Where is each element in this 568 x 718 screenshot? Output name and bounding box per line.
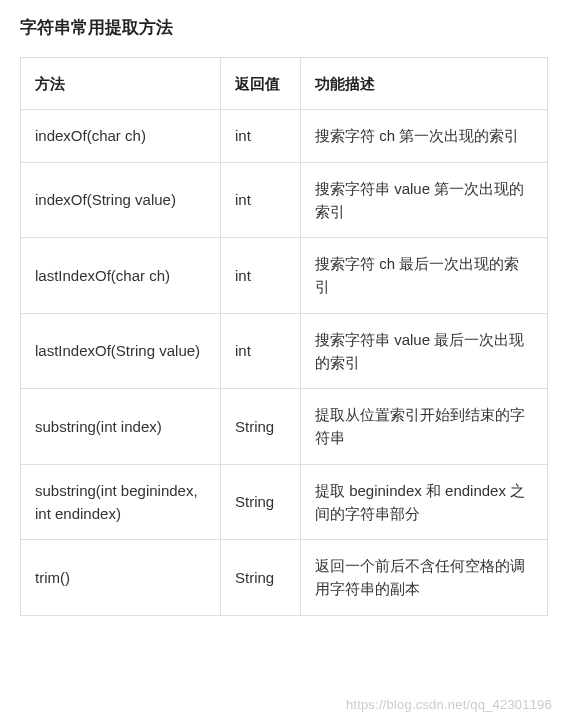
section-title: 字符串常用提取方法 [20, 16, 548, 39]
cell-return-value: String [221, 464, 301, 540]
cell-method: lastIndexOf(char ch) [21, 238, 221, 314]
methods-table: 方法 返回值 功能描述 indexOf(char ch) int 搜索字符 ch… [20, 57, 548, 616]
cell-description: 返回一个前后不含任何空格的调用字符串的副本 [301, 540, 548, 616]
table-row: trim() String 返回一个前后不含任何空格的调用字符串的副本 [21, 540, 548, 616]
cell-return-value: int [221, 162, 301, 238]
table-row: indexOf(char ch) int 搜索字符 ch 第一次出现的索引 [21, 110, 548, 162]
cell-description: 搜索字符 ch 第一次出现的索引 [301, 110, 548, 162]
cell-method: indexOf(String value) [21, 162, 221, 238]
table-row: lastIndexOf(char ch) int 搜索字符 ch 最后一次出现的… [21, 238, 548, 314]
table-row: substring(int beginindex, int endindex) … [21, 464, 548, 540]
cell-description: 搜索字符串 value 第一次出现的索引 [301, 162, 548, 238]
cell-return-value: int [221, 313, 301, 389]
cell-description: 提取 beginindex 和 endindex 之间的字符串部分 [301, 464, 548, 540]
header-description: 功能描述 [301, 58, 548, 110]
cell-return-value: int [221, 110, 301, 162]
cell-description: 搜索字符串 value 最后一次出现的索引 [301, 313, 548, 389]
cell-method: indexOf(char ch) [21, 110, 221, 162]
cell-description: 搜索字符 ch 最后一次出现的索引 [301, 238, 548, 314]
cell-method: substring(int beginindex, int endindex) [21, 464, 221, 540]
header-return-value: 返回值 [221, 58, 301, 110]
table-row: lastIndexOf(String value) int 搜索字符串 valu… [21, 313, 548, 389]
header-method: 方法 [21, 58, 221, 110]
table-header-row: 方法 返回值 功能描述 [21, 58, 548, 110]
cell-method: lastIndexOf(String value) [21, 313, 221, 389]
cell-return-value: String [221, 540, 301, 616]
cell-return-value: String [221, 389, 301, 465]
table-row: substring(int index) String 提取从位置索引开始到结束… [21, 389, 548, 465]
cell-method: trim() [21, 540, 221, 616]
cell-method: substring(int index) [21, 389, 221, 465]
cell-return-value: int [221, 238, 301, 314]
cell-description: 提取从位置索引开始到结束的字符串 [301, 389, 548, 465]
table-row: indexOf(String value) int 搜索字符串 value 第一… [21, 162, 548, 238]
